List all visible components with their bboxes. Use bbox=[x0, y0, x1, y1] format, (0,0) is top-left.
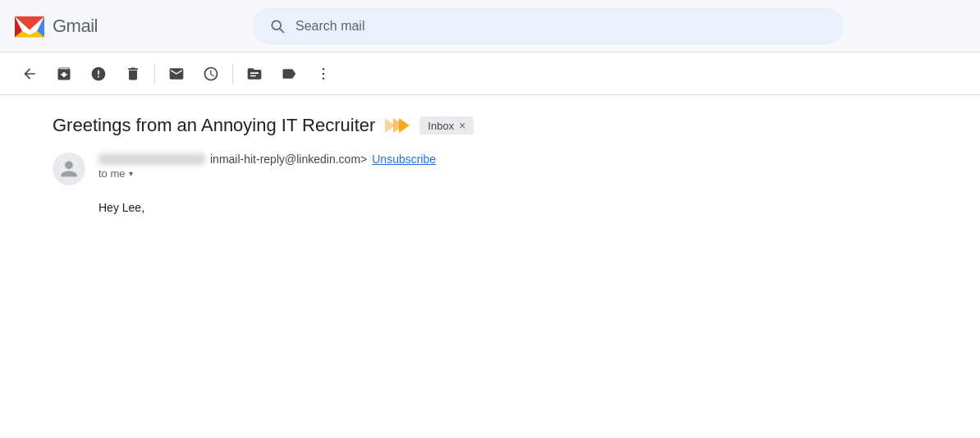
sender-name-blurred bbox=[98, 153, 205, 165]
avatar bbox=[53, 153, 85, 185]
gmail-logo-icon bbox=[13, 14, 46, 39]
sender-info: inmail-hit-reply@linkedin.com> Unsubscri… bbox=[98, 153, 436, 180]
inbox-badge-label: Inbox bbox=[428, 120, 454, 132]
email-greeting: Hey Lee, bbox=[98, 198, 954, 217]
toolbar-divider-1 bbox=[154, 64, 155, 84]
search-icon bbox=[269, 18, 286, 34]
svg-point-10 bbox=[323, 77, 325, 80]
header: Gmail Search mail bbox=[0, 0, 980, 52]
gmail-logo-text: Gmail bbox=[53, 16, 98, 37]
svg-point-8 bbox=[323, 67, 325, 70]
label-button[interactable] bbox=[272, 57, 305, 90]
sender-name-row: inmail-hit-reply@linkedin.com> Unsubscri… bbox=[98, 153, 436, 166]
person-icon bbox=[59, 159, 79, 179]
search-bar[interactable]: Search mail bbox=[253, 7, 844, 45]
forward-arrows-icon bbox=[385, 116, 410, 135]
snooze-button[interactable] bbox=[195, 57, 227, 90]
more-options-button[interactable] bbox=[307, 57, 340, 90]
mark-unread-button[interactable] bbox=[160, 57, 193, 90]
back-button[interactable] bbox=[13, 57, 46, 90]
search-placeholder-text: Search mail bbox=[295, 19, 364, 34]
toolbar bbox=[0, 52, 980, 95]
email-body: Hey Lee, bbox=[53, 198, 954, 217]
toolbar-divider-2 bbox=[232, 64, 233, 84]
email-subject-row: Greetings from an Annoying IT Recruiter … bbox=[53, 115, 954, 136]
archive-button[interactable] bbox=[48, 57, 80, 90]
report-spam-button[interactable] bbox=[82, 57, 115, 90]
svg-marker-13 bbox=[399, 118, 410, 133]
to-me-row[interactable]: to me ▾ bbox=[98, 167, 436, 180]
email-content: Greetings from an Annoying IT Recruiter … bbox=[0, 95, 980, 236]
unsubscribe-link[interactable]: Unsubscribe bbox=[372, 153, 436, 166]
svg-line-7 bbox=[280, 28, 284, 32]
logo-area: Gmail bbox=[13, 14, 243, 39]
sender-email: inmail-hit-reply@linkedin.com> bbox=[210, 153, 367, 166]
move-to-button[interactable] bbox=[238, 57, 271, 90]
to-me-label: to me bbox=[98, 167, 126, 180]
sender-row: inmail-hit-reply@linkedin.com> Unsubscri… bbox=[53, 153, 954, 185]
to-me-dropdown-icon: ▾ bbox=[129, 169, 133, 178]
inbox-badge: Inbox × bbox=[419, 116, 474, 135]
svg-point-9 bbox=[323, 72, 325, 75]
email-subject: Greetings from an Annoying IT Recruiter bbox=[53, 115, 375, 136]
delete-button[interactable] bbox=[117, 57, 149, 90]
inbox-badge-close[interactable]: × bbox=[459, 119, 465, 132]
